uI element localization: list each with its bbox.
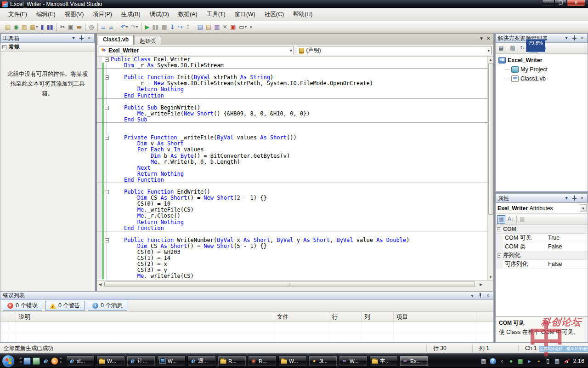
properties-window-icon[interactable]: ▤ xyxy=(205,23,212,32)
close-icon[interactable]: × xyxy=(579,195,585,201)
indent-decrease-icon[interactable]: ≡ xyxy=(100,23,107,32)
chevron-down-icon[interactable]: ▾ xyxy=(70,35,77,41)
code-line[interactable]: Me._r.Write(b, 0, b.Length) xyxy=(97,159,493,165)
code-line[interactable] xyxy=(97,123,493,129)
pin-icon[interactable] xyxy=(571,195,577,201)
new-project-icon[interactable]: ▤ xyxy=(4,23,11,32)
scroll-right-icon[interactable]: ▶ xyxy=(478,282,484,287)
fold-collapse-icon[interactable]: − xyxy=(105,238,109,242)
fold-collapse-icon[interactable]: − xyxy=(105,106,109,110)
step-into-icon[interactable]: ↧ xyxy=(169,23,176,32)
menu-A[interactable]: 数据(A) xyxy=(174,9,202,20)
collapse-icon[interactable]: − xyxy=(497,253,501,258)
save-icon[interactable]: ▮ xyxy=(40,23,45,32)
filter-warnings-button[interactable]: !0 个警告 xyxy=(45,301,85,310)
user-icon[interactable]: ● xyxy=(508,358,514,364)
chevron-down-icon[interactable]: ▾ xyxy=(469,293,475,299)
undo-icon[interactable]: ↶▾ xyxy=(119,23,129,32)
task-W[interactable]: W... xyxy=(278,356,307,367)
stop-icon[interactable]: ■ xyxy=(161,23,168,32)
step-over-icon[interactable]: ↪ xyxy=(177,23,184,32)
minimize-button[interactable]: – xyxy=(542,0,554,6)
volume-muted-icon[interactable]: ◄ xyxy=(563,358,570,364)
tree-item-MyProject[interactable]: My Project xyxy=(496,65,588,74)
code-line[interactable]: End Function xyxy=(97,177,493,183)
start-debug-icon[interactable]: ▶ xyxy=(144,23,150,32)
collapse-icon[interactable]: − xyxy=(497,227,501,231)
task-W[interactable]: ∞W... xyxy=(339,356,368,367)
task-R[interactable]: ◉R... xyxy=(248,356,277,367)
column-header-0[interactable]: 说明 xyxy=(16,312,274,322)
horizontal-scrollbar[interactable]: ◀ ⁞⁞⁞ ▶ xyxy=(97,280,493,288)
help-icon[interactable]: ? xyxy=(490,358,496,364)
media-player-icon[interactable]: ▸ xyxy=(51,357,58,365)
command-window-icon[interactable]: ▭▾ xyxy=(238,23,248,32)
ie-icon[interactable]: e xyxy=(42,357,49,365)
cut-icon[interactable]: ✂ xyxy=(59,23,66,32)
redo-icon[interactable]: ↷▾ xyxy=(130,23,139,32)
document-list-icon[interactable]: ▾ xyxy=(480,35,483,41)
task-[interactable]: 本... xyxy=(369,356,398,367)
close-icon[interactable]: × xyxy=(579,35,585,41)
show-desktop-icon[interactable] xyxy=(23,357,31,365)
menu-W[interactable]: 窗口(W) xyxy=(230,9,260,20)
task-[interactable]: e计... xyxy=(127,356,155,367)
task-Ji[interactable]: ●Ji... xyxy=(309,356,337,367)
grid-icon[interactable]: ▦ xyxy=(517,358,524,364)
save-all-icon[interactable]: ▮▮ xyxy=(45,23,54,32)
menu-V[interactable]: 视图(V) xyxy=(60,9,89,20)
toolbar-overflow-icon[interactable]: ▾ xyxy=(250,25,252,29)
close-icon[interactable]: × xyxy=(86,35,92,41)
vertical-scroll-thumb[interactable] xyxy=(488,63,493,215)
task-R[interactable]: R... xyxy=(218,356,246,367)
property-category[interactable]: −序列化 xyxy=(496,251,588,260)
alphabetical-icon[interactable]: A↓ xyxy=(507,215,515,224)
property-row[interactable]: 可序列化False xyxy=(496,260,588,269)
add-item-icon[interactable]: ▦▾ xyxy=(29,23,39,32)
code-line[interactable]: End Function xyxy=(97,93,493,99)
menu-H[interactable]: 帮助(H) xyxy=(288,9,317,20)
property-category[interactable]: −COM xyxy=(496,225,588,234)
fold-collapse-icon[interactable]: − xyxy=(105,190,109,194)
paste-icon[interactable]: ▬ xyxy=(75,23,83,32)
code-area[interactable]: −Public Class Exel_Writer Dim _r As Syst… xyxy=(97,57,493,280)
task-W[interactable]: W... xyxy=(96,356,125,367)
column-header-3[interactable]: 列 xyxy=(362,312,394,322)
tree-item-Class1vb[interactable]: Class1.vb xyxy=(496,74,588,83)
close-button[interactable]: × xyxy=(567,0,585,6)
chevron-down-icon[interactable]: ▾ xyxy=(563,35,570,41)
chevron-down-icon[interactable]: ▾ xyxy=(563,195,570,201)
show-all-files-icon[interactable]: ▧ xyxy=(509,44,517,52)
vertical-scrollbar[interactable]: ▲ ▼ xyxy=(487,57,493,280)
code-line[interactable]: End Function xyxy=(97,225,493,231)
categorized-icon[interactable]: ▦ xyxy=(497,215,505,224)
menu-D[interactable]: 调试(D) xyxy=(145,9,174,20)
battery-icon[interactable]: ▯ xyxy=(545,358,551,364)
menu-C[interactable]: 社区(C) xyxy=(260,9,288,20)
pin-icon[interactable] xyxy=(571,35,577,41)
menu-T[interactable]: 工具(T) xyxy=(202,9,230,20)
refresh-icon[interactable]: ↻ xyxy=(518,44,526,52)
properties-object-dropdown[interactable]: Exel_Writer Attributes ▾ xyxy=(496,203,588,214)
property-row[interactable]: COM 类False xyxy=(496,242,588,251)
keyboard-icon[interactable]: ▤ xyxy=(481,358,487,364)
collapse-icon[interactable]: − xyxy=(2,45,6,49)
column-header-4[interactable]: 项目 xyxy=(394,312,476,322)
taskbar-clock[interactable]: 2:16 xyxy=(573,358,584,364)
filter-infos-button[interactable]: i0 个消息 xyxy=(88,301,127,310)
horizontal-scroll-thumb[interactable]: ⁞⁞⁞ xyxy=(104,282,475,287)
chevron-down-icon[interactable]: ▾ xyxy=(580,204,587,212)
task-[interactable]: e通... xyxy=(187,356,216,367)
tree-item-Excel_Writer[interactable]: Excel_Writer xyxy=(496,56,588,65)
object-browser-icon[interactable]: ▥ xyxy=(213,23,220,32)
lock-icon[interactable]: ▪ xyxy=(536,358,542,364)
scroll-up-icon[interactable]: ▲ xyxy=(488,57,493,63)
start-button[interactable] xyxy=(2,355,15,368)
indent-increase-icon[interactable]: ≡ xyxy=(107,23,114,32)
menu-F[interactable]: 文件(F) xyxy=(4,9,32,20)
toolbox-tools-icon[interactable]: ✕ xyxy=(221,23,228,32)
menu-P[interactable]: 项目(P) xyxy=(88,9,117,20)
scroll-down-icon[interactable]: ▼ xyxy=(488,274,493,280)
class-dropdown[interactable]: Exel_Writer ▾ xyxy=(99,46,294,55)
member-dropdown[interactable]: (声明) ▾ xyxy=(297,46,492,55)
